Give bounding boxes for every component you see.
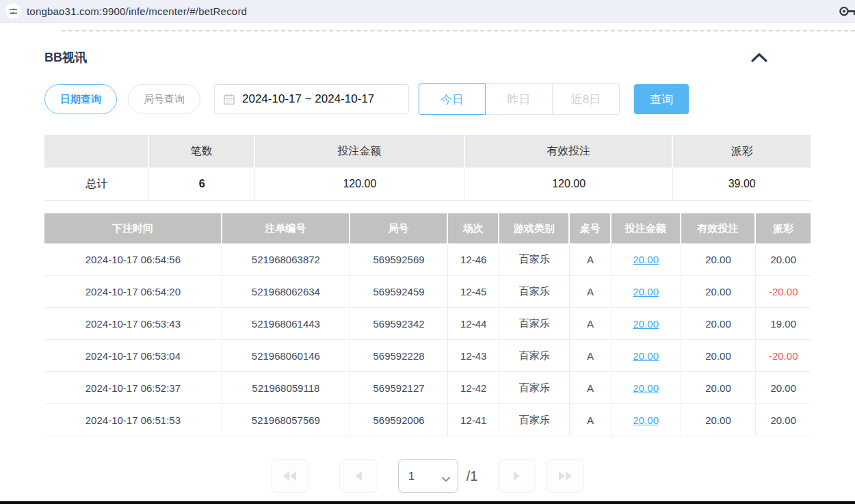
table-no-cell: A <box>570 340 611 372</box>
bet-record-panel: BB视讯 日期查询 局号查询 2024-10-17 ~ 2024 <box>0 49 855 493</box>
last-page-button[interactable] <box>546 459 584 493</box>
bet-amount-cell[interactable]: 20.00 <box>611 372 681 404</box>
summary-value-cell: 120.00 <box>465 168 674 201</box>
payout-cell: -20.00 <box>756 276 811 308</box>
bet-amount-cell[interactable]: 20.00 <box>611 340 681 372</box>
bet-amount-link[interactable]: 20.00 <box>633 286 659 297</box>
summary-header-cell: 笔数 <box>149 135 255 168</box>
bet-amount-link[interactable]: 20.00 <box>633 382 659 394</box>
panel-header: BB视讯 <box>44 49 811 66</box>
bet-amount-link[interactable]: 20.00 <box>633 350 659 362</box>
session-cell: 12-42 <box>448 372 499 404</box>
valid-bet-cell: 20.00 <box>681 404 757 436</box>
bet-amount-link[interactable]: 20.00 <box>633 414 659 426</box>
bet-time-cell: 2024-10-17 06:53:43 <box>44 308 222 340</box>
payout-cell: 20.00 <box>756 372 811 404</box>
valid-bet-cell: 20.00 <box>681 243 757 276</box>
summary-table: 笔数投注金额有效投注派彩 总计6120.00120.0039.00 <box>44 135 811 201</box>
table-row: 2024-10-17 06:51:53521968057569569592006… <box>44 404 811 436</box>
game-type-cell: 百家乐 <box>499 340 570 372</box>
round-no-cell: 569592228 <box>350 340 448 372</box>
table-row: 2024-10-17 06:52:37521968059118569592127… <box>44 372 811 404</box>
summary-value-cell: 120.00 <box>255 168 465 201</box>
quick-range-button[interactable]: 今日 <box>419 83 486 115</box>
url-text[interactable]: tongbao31.com:9900/infe/mcenter/#/betRec… <box>27 5 247 17</box>
collapse-chevron-up-icon[interactable] <box>750 52 768 63</box>
summary-header-cell: 派彩 <box>673 135 811 168</box>
records-header-cell: 桌号 <box>570 213 611 243</box>
bet-id-cell: 521968057569 <box>222 404 350 436</box>
records-header-row: 下注时间注单编号局号场次游戏类别桌号投注金额有效投注派彩 <box>44 213 811 243</box>
records-table: 下注时间注单编号局号场次游戏类别桌号投注金额有效投注派彩 2024-10-17 … <box>44 213 811 436</box>
quick-range-button[interactable]: 近8日 <box>553 83 620 115</box>
browser-address-bar[interactable]: tongbao31.com:9900/infe/mcenter/#/betRec… <box>0 0 855 23</box>
prev-page-button[interactable] <box>339 459 378 493</box>
records-header-cell: 游戏类别 <box>499 213 570 243</box>
date-range-value: 2024-10-17 ~ 2024-10-17 <box>242 92 374 106</box>
records-header-cell: 派彩 <box>756 213 811 243</box>
table-row: 2024-10-17 06:53:43521968061443569592342… <box>44 308 811 340</box>
bet-time-cell: 2024-10-17 06:53:04 <box>44 340 222 372</box>
payout-cell: 20.00 <box>756 404 811 436</box>
table-no-cell: A <box>570 404 611 436</box>
bet-amount-cell[interactable]: 20.00 <box>611 404 681 436</box>
bet-time-cell: 2024-10-17 06:54:20 <box>44 276 222 308</box>
first-page-button[interactable] <box>271 459 309 493</box>
bet-time-cell: 2024-10-17 06:52:37 <box>44 372 222 404</box>
bet-amount-link[interactable]: 20.00 <box>633 318 659 330</box>
records-header-cell: 有效投注 <box>681 213 757 243</box>
password-key-icon[interactable] <box>839 5 855 20</box>
valid-bet-cell: 20.00 <box>681 340 757 372</box>
session-cell: 12-41 <box>448 404 499 436</box>
summary-value-cell: 6 <box>149 168 255 201</box>
table-row: 2024-10-17 06:54:20521968062634569592459… <box>44 276 811 308</box>
session-cell: 12-44 <box>448 308 499 340</box>
session-cell: 12-43 <box>448 340 499 372</box>
records-header-cell: 投注金额 <box>611 213 681 243</box>
window-bottom-edge <box>0 501 855 504</box>
round-no-cell: 569592342 <box>350 308 448 340</box>
game-type-cell: 百家乐 <box>499 243 570 276</box>
site-settings-icon[interactable] <box>5 3 21 18</box>
game-type-cell: 百家乐 <box>499 308 570 340</box>
table-no-cell: A <box>570 243 611 276</box>
bet-amount-cell[interactable]: 20.00 <box>611 276 681 308</box>
quick-range-button[interactable]: 昨日 <box>486 83 553 115</box>
date-query-tab[interactable]: 日期查询 <box>44 84 117 114</box>
summary-header-cell: 投注金额 <box>255 135 465 168</box>
next-page-button[interactable] <box>498 459 536 493</box>
date-range-picker[interactable]: 2024-10-17 ~ 2024-10-17 <box>214 84 409 114</box>
quick-range-group: 今日昨日近8日 <box>419 83 620 115</box>
calendar-icon <box>223 93 235 105</box>
round-no-cell: 569592459 <box>350 276 448 308</box>
dashed-separator <box>62 30 855 31</box>
table-no-cell: A <box>570 372 611 404</box>
round-no-cell: 569592006 <box>350 404 448 436</box>
pagination: 1 /1 <box>44 459 811 493</box>
bet-id-cell: 521968059118 <box>222 372 350 404</box>
search-button[interactable]: 查询 <box>634 84 689 114</box>
records-header-cell: 场次 <box>448 213 499 243</box>
game-type-cell: 百家乐 <box>499 276 570 308</box>
table-no-cell: A <box>570 308 611 340</box>
page-select[interactable]: 1 <box>398 459 458 493</box>
summary-header-cell: 有效投注 <box>465 135 674 168</box>
round-query-tab[interactable]: 局号查询 <box>128 84 200 114</box>
bet-amount-link[interactable]: 20.00 <box>633 254 659 265</box>
session-cell: 12-46 <box>448 243 499 276</box>
summary-total-row: 总计6120.00120.0039.00 <box>44 168 811 201</box>
payout-cell: 19.00 <box>756 308 811 340</box>
summary-value-cell: 39.00 <box>673 168 811 201</box>
filter-row: 日期查询 局号查询 2024-10-17 ~ 2024-10-17 今日昨日近8… <box>44 83 811 115</box>
bet-amount-cell[interactable]: 20.00 <box>611 308 681 340</box>
valid-bet-cell: 20.00 <box>681 276 757 308</box>
bet-amount-cell[interactable]: 20.00 <box>611 243 681 276</box>
payout-cell: -20.00 <box>756 340 811 372</box>
page-total-label: /1 <box>466 468 478 484</box>
bet-time-cell: 2024-10-17 06:54:56 <box>44 243 222 276</box>
records-header-cell: 注单编号 <box>222 213 350 243</box>
game-type-cell: 百家乐 <box>499 372 570 404</box>
bet-id-cell: 521968060146 <box>222 340 350 372</box>
bet-time-cell: 2024-10-17 06:51:53 <box>44 404 222 436</box>
panel-title: BB视讯 <box>44 49 87 66</box>
